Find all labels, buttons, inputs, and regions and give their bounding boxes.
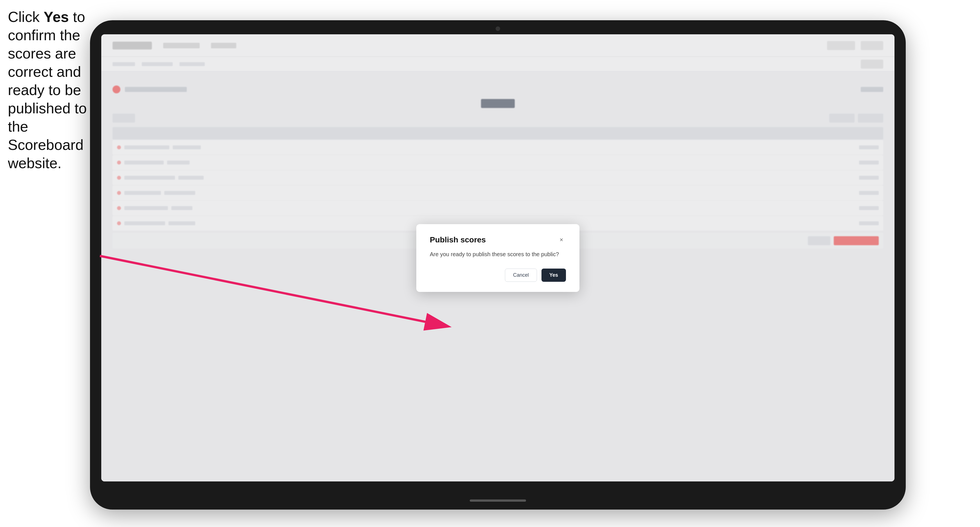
tablet-home-bar [470, 500, 526, 502]
yes-button[interactable]: Yes [541, 268, 566, 282]
tablet-screen: Publish scores × Are you ready to publis… [101, 34, 894, 481]
tablet-camera [496, 27, 500, 31]
publish-scores-dialog: Publish scores × Are you ready to publis… [416, 224, 579, 292]
instruction-text-after: to confirm the scores are correct and re… [8, 9, 87, 171]
instruction-bold: Yes [44, 9, 69, 25]
dialog-body-text: Are you ready to publish these scores to… [430, 250, 566, 259]
tablet-device: Publish scores × Are you ready to publis… [90, 20, 906, 510]
close-icon[interactable]: × [557, 235, 566, 244]
instruction-text: Click Yes to confirm the scores are corr… [8, 8, 89, 172]
dialog-header: Publish scores × [430, 235, 566, 244]
instruction-text-before-bold: Click [8, 9, 44, 25]
dialog-footer: Cancel Yes [430, 268, 566, 282]
dialog-title: Publish scores [430, 235, 486, 244]
dialog-overlay: Publish scores × Are you ready to publis… [101, 34, 894, 481]
cancel-button[interactable]: Cancel [505, 268, 537, 282]
